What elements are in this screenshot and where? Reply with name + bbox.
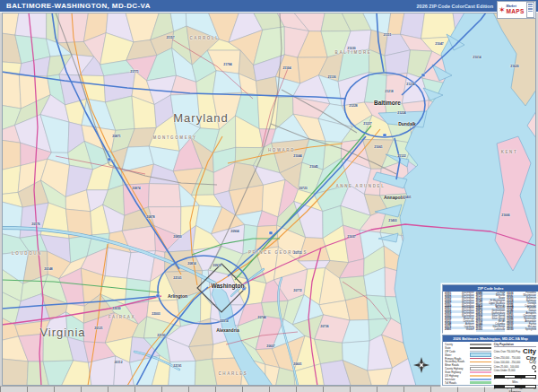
zip-index-title: ZIP Code Index	[443, 285, 538, 292]
scale-bar-kilometers: 061224Kilometers	[494, 385, 536, 392]
map-canvas: MarylandVirginiaMONTGOMERYHOWARDANNE ARU…	[0, 13, 538, 386]
legend-item-toll: Toll Roads	[445, 381, 491, 385]
zip-index-row: 21093Lutherville	[476, 329, 506, 332]
header-bar: BALTIMORE-WASHINGTON, MD-DC-VA 2026 ZIP …	[0, 0, 538, 13]
legend-panel: 2026 Baltimore-Washington, MD-DC-VA Map …	[442, 335, 538, 386]
publisher-logo: ✶ Market MAPS	[497, 1, 536, 19]
legend-scale-bars: 04816Miles061224Kilometers	[494, 373, 536, 392]
logo-side-box	[526, 2, 534, 18]
logo-star-icon: ✶	[499, 6, 506, 14]
legend-symbol-list: CountyStateZIP CodeWaterPrimary RoadsSec…	[445, 343, 491, 384]
scale-bar-miles: 04816Miles	[494, 375, 536, 384]
zip-index-list: 20001Washington20002Washington20003Washi…	[443, 292, 538, 333]
map-frame-ticks	[0, 386, 538, 392]
zip-index-panel: ZIP Code Index 20001Washington20002Washi…	[442, 284, 538, 335]
legend-city-list: Cities Over 750,000 Pop.CityCities 250,0…	[494, 348, 536, 373]
logo-brand-main: MAPS	[507, 9, 525, 15]
legend-city-row: Cities Over 750,000 Pop.City	[494, 348, 536, 355]
map-poster: BALTIMORE-WASHINGTON, MD-DC-VA 2026 ZIP …	[0, 0, 538, 392]
legend-title: 2026 Baltimore-Washington, MD-DC-VA Map	[443, 335, 538, 342]
zip-index-row: 20601Waldorf	[445, 329, 474, 332]
edition-label: 2026 ZIP Code ColorCast Edition	[417, 4, 493, 9]
map-title: BALTIMORE-WASHINGTON, MD-DC-VA	[6, 2, 151, 10]
zip-index-row: 22150Springfield	[507, 329, 536, 332]
